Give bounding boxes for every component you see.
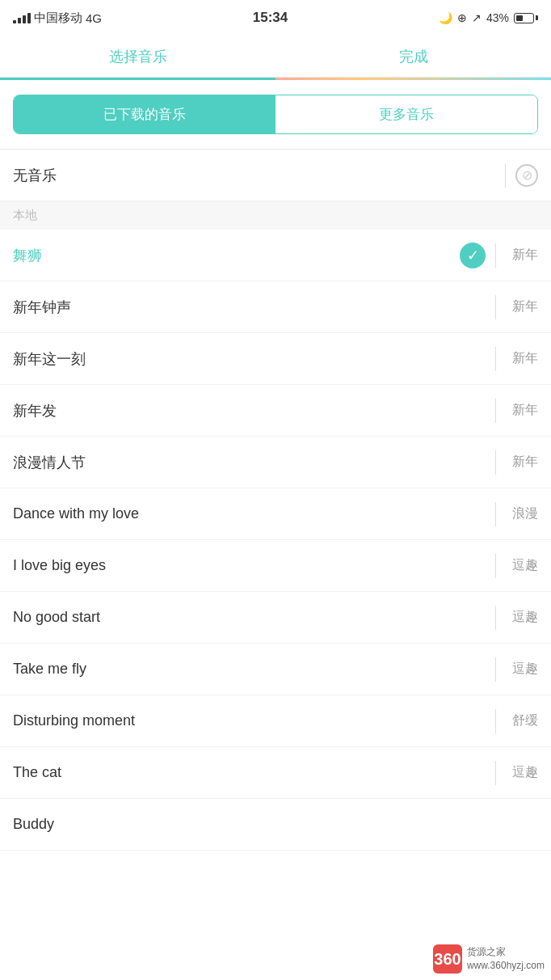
list-item[interactable]: The cat逗趣: [0, 747, 551, 799]
song-name: The cat: [13, 764, 486, 781]
tag-separator: [495, 606, 496, 630]
list-item[interactable]: Dance with my love浪漫: [0, 488, 551, 540]
arrow-icon: ↗: [472, 11, 482, 24]
network-label: 4G: [86, 11, 102, 25]
list-item[interactable]: 舞狮✓新年: [0, 230, 551, 281]
tag-separator: [495, 347, 496, 371]
watermark: 360 货源之家 www.360hyzj.com: [433, 944, 545, 974]
song-name: Buddy: [13, 816, 538, 833]
tab-select-music[interactable]: 选择音乐: [0, 36, 276, 78]
moon-icon: 🌙: [439, 11, 452, 24]
list-item[interactable]: No good start逗趣: [0, 592, 551, 644]
more-tab-btn[interactable]: 更多音乐: [276, 95, 537, 133]
song-name: No good start: [13, 609, 486, 626]
watermark-logo: 360: [433, 944, 462, 974]
song-list: 舞狮✓新年新年钟声新年新年这一刻新年新年发新年浪漫情人节新年Dance with…: [0, 230, 551, 851]
time-label: 15:34: [253, 10, 288, 26]
song-tag: 逗趣: [506, 609, 538, 626]
carrier-label: 中国移动: [34, 11, 82, 26]
location-icon: ⊕: [457, 11, 467, 24]
nav-underline: [0, 78, 551, 80]
status-right: 🌙 ⊕ ↗ 43%: [439, 11, 538, 24]
tag-separator: [495, 761, 496, 785]
song-name: Dance with my love: [13, 505, 486, 522]
tag-separator: [495, 554, 496, 578]
list-item[interactable]: Take me fly逗趣: [0, 644, 551, 695]
no-music-icon: ⊘: [515, 164, 538, 187]
status-left: 中国移动 4G: [13, 11, 102, 26]
song-name: Disturbing moment: [13, 712, 486, 729]
song-name: Take me fly: [13, 661, 486, 678]
song-name: 新年发: [13, 401, 486, 420]
downloaded-tab-btn[interactable]: 已下载的音乐: [14, 95, 276, 133]
tab-buttons: 已下载的音乐 更多音乐: [13, 95, 538, 134]
song-tag: 舒缓: [506, 712, 538, 729]
song-tag: 新年: [506, 454, 538, 471]
song-name: 新年这一刻: [13, 349, 486, 369]
song-name: 浪漫情人节: [13, 453, 486, 472]
no-music-item[interactable]: 无音乐 ⊘: [0, 150, 551, 201]
battery-percent: 43%: [486, 11, 509, 24]
list-item[interactable]: 浪漫情人节新年: [0, 437, 551, 488]
song-tag: 逗趣: [506, 764, 538, 781]
tag-separator: [495, 243, 496, 268]
list-item[interactable]: 新年这一刻新年: [0, 333, 551, 385]
battery-icon: [514, 13, 538, 23]
tag-separator: [495, 657, 496, 682]
section-header-local: 本地: [0, 201, 551, 230]
list-item[interactable]: I love big eyes逗趣: [0, 540, 551, 592]
song-name: I love big eyes: [13, 557, 486, 574]
list-item[interactable]: 新年钟声新年: [0, 281, 551, 333]
song-tag: 逗趣: [506, 557, 538, 574]
nav-header: 选择音乐 完成: [0, 36, 551, 78]
list-item[interactable]: Buddy: [0, 799, 551, 851]
song-name: 舞狮: [13, 246, 460, 265]
tag-separator: [495, 709, 496, 733]
song-tag: 新年: [506, 298, 538, 315]
song-tag: 新年: [506, 350, 538, 367]
tag-separator: [495, 399, 496, 423]
song-tag: 新年: [506, 402, 538, 419]
no-music-label: 无音乐: [13, 166, 495, 185]
tab-complete[interactable]: 完成: [276, 36, 551, 78]
list-item[interactable]: 新年发新年: [0, 385, 551, 437]
list-item[interactable]: Disturbing moment舒缓: [0, 695, 551, 747]
tag-separator: [495, 502, 496, 526]
song-tag: 新年: [506, 247, 538, 264]
song-tag: 浪漫: [506, 505, 538, 522]
signal-icon: [13, 13, 31, 23]
status-bar: 中国移动 4G 15:34 🌙 ⊕ ↗ 43%: [0, 0, 551, 36]
song-name: 新年钟声: [13, 298, 486, 317]
separator: [505, 163, 506, 188]
check-icon: ✓: [460, 243, 486, 268]
tag-separator: [495, 450, 496, 475]
tag-separator: [495, 295, 496, 319]
song-tag: 逗趣: [506, 661, 538, 678]
watermark-text: 货源之家 www.360hyzj.com: [467, 945, 545, 973]
